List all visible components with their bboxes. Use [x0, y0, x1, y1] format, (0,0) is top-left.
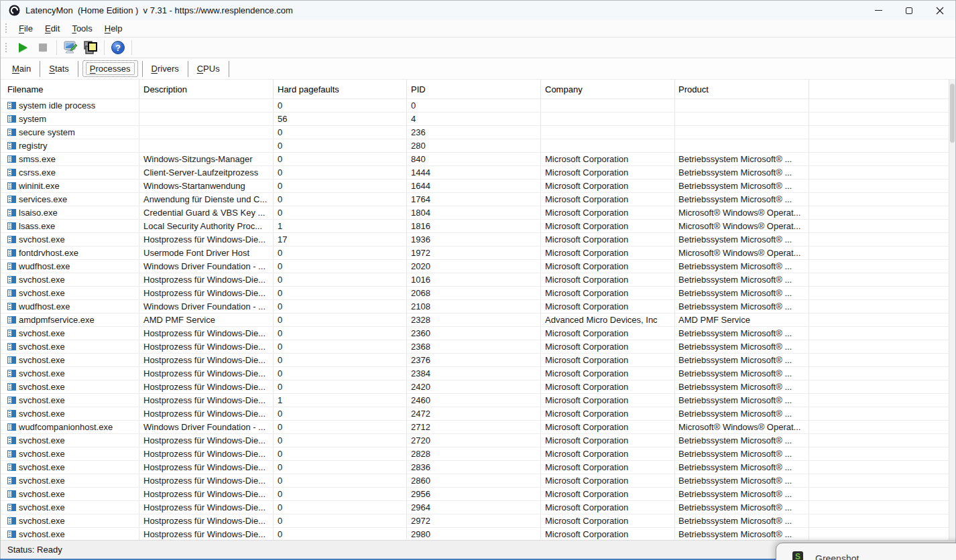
menu-file[interactable]: File	[13, 21, 39, 36]
cell-company: Microsoft Corporation	[541, 166, 675, 179]
stop-monitor-button[interactable]	[34, 39, 52, 56]
table-row[interactable]: svchost.exe Hostprozess für Windows-Die.…	[1, 287, 955, 300]
table-row[interactable]: amdpmfservice.exe AMD PMF Service 0 2328…	[1, 313, 955, 327]
tab-drivers[interactable]: Drivers	[144, 61, 186, 76]
column-header-description[interactable]: Description	[139, 80, 274, 99]
column-header-pid[interactable]: PID	[407, 80, 541, 99]
table-row[interactable]: svchost.exe Hostprozess für Windows-Die.…	[1, 528, 955, 540]
process-icon	[7, 303, 16, 310]
cell-empty	[809, 421, 955, 433]
table-row[interactable]: lsaiso.exe Credential Guard & VBS Key ..…	[1, 206, 955, 220]
cell-hard-pagefaults: 0	[274, 300, 407, 313]
column-header-company[interactable]: Company	[541, 80, 675, 99]
cell-hard-pagefaults: 0	[274, 287, 407, 299]
process-icon	[7, 423, 16, 431]
table-row[interactable]: services.exe Anwendung für Dienste und C…	[1, 193, 955, 206]
table-row[interactable]: svchost.exe Hostprozess für Windows-Die.…	[1, 474, 955, 488]
close-button[interactable]	[924, 1, 955, 20]
table-row[interactable]: wudfhost.exe Windows Driver Foundation -…	[1, 300, 955, 313]
start-monitor-button[interactable]	[14, 39, 32, 56]
processes-view-button[interactable]	[82, 39, 99, 56]
cell-description: Hostprozess für Windows-Die...	[139, 340, 274, 353]
table-row[interactable]: svchost.exe Hostprozess für Windows-Die.…	[1, 380, 955, 394]
menu-help[interactable]: Help	[99, 21, 129, 36]
table-row[interactable]: svchost.exe Hostprozess für Windows-Die.…	[1, 273, 955, 287]
cell-filename: secure system	[19, 126, 75, 139]
cell-pid: 2956	[407, 488, 541, 500]
cell-product: Betriebssystem Microsoft® ...	[675, 233, 809, 246]
cell-hard-pagefaults: 1	[274, 220, 407, 232]
table-row[interactable]: registry 0 280	[1, 139, 955, 153]
table-row[interactable]: svchost.exe Hostprozess für Windows-Die.…	[1, 407, 955, 421]
table-row[interactable]: wudfhost.exe Windows Driver Foundation -…	[1, 260, 955, 273]
cell-filename: svchost.exe	[19, 447, 65, 460]
tab-cpus[interactable]: CPUs	[190, 61, 227, 76]
scrollbar-thumb[interactable]	[950, 84, 955, 143]
cell-hard-pagefaults: 0	[274, 340, 407, 353]
analyze-hardware-button[interactable]	[62, 39, 79, 56]
table-row[interactable]: csrss.exe Client-Server-Laufzeitprozess …	[1, 166, 955, 180]
cell-empty	[809, 367, 955, 380]
column-header-hard-pagefaults[interactable]: Hard pagefaults	[274, 80, 407, 99]
cell-hard-pagefaults: 0	[274, 407, 407, 420]
table-row[interactable]: svchost.exe Hostprozess für Windows-Die.…	[1, 488, 955, 501]
table-row[interactable]: svchost.exe Hostprozess für Windows-Die.…	[1, 354, 955, 367]
table-row[interactable]: system idle process 0 0	[1, 99, 955, 113]
column-header-product[interactable]: Product	[675, 80, 809, 99]
table-row[interactable]: secure system 0 236	[1, 126, 955, 139]
menu-tools[interactable]: Tools	[66, 21, 98, 36]
cell-empty	[809, 300, 955, 313]
cell-company: Microsoft Corporation	[541, 501, 675, 514]
greenshot-toast[interactable]: S Greenshot	[776, 543, 956, 560]
table-row[interactable]: fontdrvhost.exe Usermode Font Driver Hos…	[1, 247, 955, 260]
table-row[interactable]: svchost.exe Hostprozess für Windows-Die.…	[1, 327, 955, 340]
cell-filename: system	[19, 113, 46, 125]
cell-empty	[809, 99, 955, 112]
help-icon: ?	[111, 40, 125, 55]
table-row[interactable]: svchost.exe Hostprozess für Windows-Die.…	[1, 340, 955, 354]
cell-hard-pagefaults: 0	[274, 126, 407, 139]
table-row[interactable]: svchost.exe Hostprozess für Windows-Die.…	[1, 233, 955, 247]
table-row[interactable]: svchost.exe Hostprozess für Windows-Die.…	[1, 394, 955, 407]
table-row[interactable]: wininit.exe Windows-Startanwendung 0 164…	[1, 180, 955, 193]
stop-icon	[39, 44, 47, 52]
vertical-scrollbar[interactable]	[949, 80, 955, 540]
cell-pid: 1444	[407, 166, 541, 179]
cell-filename: svchost.exe	[19, 501, 65, 514]
minimize-button[interactable]	[863, 1, 894, 20]
table-row[interactable]: svchost.exe Hostprozess für Windows-Die.…	[1, 514, 955, 528]
cell-product: Betriebssystem Microsoft® ...	[675, 180, 809, 192]
menubar-gripper[interactable]	[5, 23, 7, 34]
help-button[interactable]: ?	[109, 39, 127, 56]
cell-filename: svchost.exe	[19, 461, 65, 474]
cell-description: Hostprozess für Windows-Die...	[139, 367, 274, 380]
column-header-empty	[809, 80, 955, 99]
cell-pid: 1764	[407, 193, 541, 206]
window-title: LatencyMon (Home Edition ) v 7.31 - http…	[25, 5, 293, 15]
tab-main[interactable]: Main	[5, 61, 38, 76]
table-row[interactable]: system 56 4	[1, 113, 955, 126]
table-body: system idle process 0 0 system 56 4 secu…	[1, 99, 955, 540]
cell-hard-pagefaults: 0	[274, 367, 407, 380]
cell-filename: svchost.exe	[19, 327, 65, 340]
cell-empty	[809, 514, 955, 527]
table-row[interactable]: wudfcompanionhost.exe Windows Driver Fou…	[1, 421, 955, 434]
process-icon	[7, 263, 16, 270]
column-header-filename[interactable]: Filename	[1, 80, 139, 99]
toolbar-gripper[interactable]	[5, 42, 7, 54]
cell-product	[675, 113, 809, 125]
table-row[interactable]: svchost.exe Hostprozess für Windows-Die.…	[1, 434, 955, 447]
cell-company: Microsoft Corporation	[541, 193, 675, 206]
tab-processes[interactable]: Processes	[82, 60, 138, 77]
table-row[interactable]: lsass.exe Local Security Authority Proc.…	[1, 220, 955, 233]
table-row[interactable]: smss.exe Windows-Sitzungs-Manager 0 840 …	[1, 153, 955, 166]
table-row[interactable]: svchost.exe Hostprozess für Windows-Die.…	[1, 447, 955, 461]
table-row[interactable]: svchost.exe Hostprozess für Windows-Die.…	[1, 461, 955, 474]
table-row[interactable]: svchost.exe Hostprozess für Windows-Die.…	[1, 367, 955, 380]
cell-filename: lsass.exe	[19, 220, 55, 232]
tab-stats[interactable]: Stats	[42, 61, 76, 76]
table-row[interactable]: svchost.exe Hostprozess für Windows-Die.…	[1, 501, 955, 514]
cell-company: Microsoft Corporation	[541, 380, 675, 393]
maximize-button[interactable]	[894, 1, 924, 20]
menu-edit[interactable]: Edit	[39, 21, 66, 36]
